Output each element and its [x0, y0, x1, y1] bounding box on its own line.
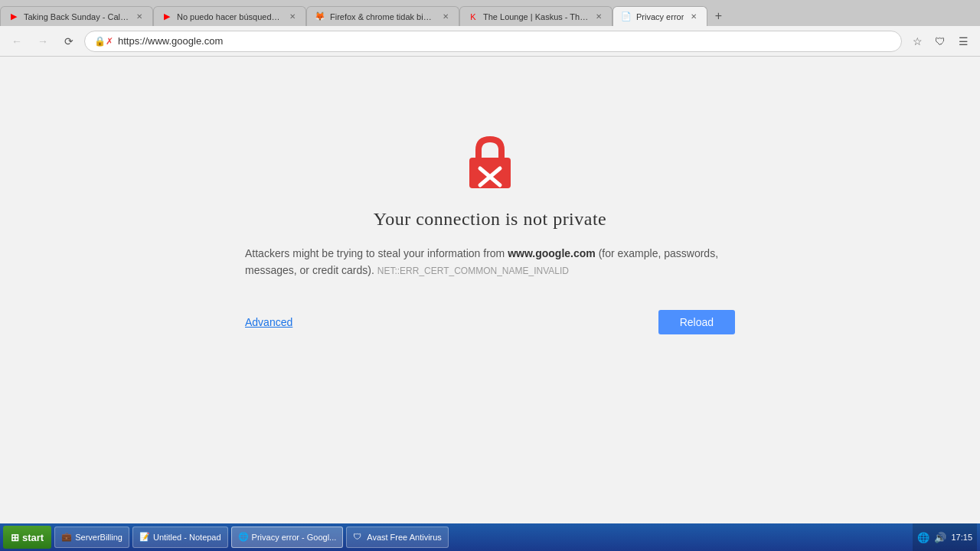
error-title: Your connection is not private — [374, 209, 607, 230]
tab-title: Firefox & chrome tidak bisa b... — [330, 12, 436, 21]
start-icon: ⊞ — [11, 532, 19, 543]
nav-bar: ← → ⟳ 🔒✗ https://www.google.com ☆ 🛡 ☰ — [0, 26, 980, 57]
reload-button[interactable]: ⟳ — [58, 31, 80, 52]
address-bar[interactable]: 🔒✗ https://www.google.com — [84, 31, 902, 52]
taskbar-item[interactable]: 📝 Untitled - Notepad — [132, 527, 228, 548]
taskbar-item-title: Avast Free Antivirus — [367, 533, 442, 542]
tab-tab3[interactable]: 🦊 Firefox & chrome tidak bisa b... ✕ — [306, 6, 459, 26]
page-content: Your connection is not private Attackers… — [0, 57, 980, 523]
error-site: www.google.com — [508, 247, 596, 259]
taskbar-item[interactable]: 🛡 Avast Free Antivirus — [346, 527, 449, 548]
chrome-frame: ▶ Taking Back Sunday - Call Me... ✕ ▶ No… — [0, 0, 980, 57]
bookmark-button[interactable]: ☆ — [906, 31, 928, 52]
taskbar-item-icon: 📝 — [139, 532, 150, 543]
tray-time: 17:15 — [951, 533, 972, 542]
forward-button[interactable]: → — [32, 31, 54, 52]
tab-title: The Lounge | Kaskus - The L... — [483, 12, 589, 21]
tab-title: Taking Back Sunday - Call Me... — [24, 12, 129, 21]
new-tab-button[interactable]: + — [707, 6, 729, 26]
tab-favicon: ▶ — [8, 11, 19, 22]
taskbar-item-icon: 💼 — [61, 532, 72, 543]
tab-title: Privacy error — [636, 12, 684, 21]
tab-close-button[interactable]: ✕ — [440, 11, 451, 22]
url-text: https://www.google.com — [118, 35, 223, 47]
tab-bar: ▶ Taking Back Sunday - Call Me... ✕ ▶ No… — [0, 0, 980, 26]
lock-error-svg — [463, 133, 517, 191]
tab-close-button[interactable]: ✕ — [287, 11, 298, 22]
start-label: start — [22, 532, 44, 543]
taskbar-item[interactable]: 💼 ServerBilling — [54, 527, 129, 548]
tab-close-button[interactable]: ✕ — [134, 11, 145, 22]
tab-favicon: ▶ — [162, 11, 172, 22]
back-button[interactable]: ← — [6, 31, 28, 52]
taskbar-item-title: Privacy error - Googl... — [252, 533, 337, 542]
tab-favicon: 📄 — [621, 11, 632, 22]
taskbar-tray: 🌐 🔊 17:15 — [913, 523, 977, 551]
taskbar-item-title: Untitled - Notepad — [153, 533, 221, 542]
error-code: NET::ERR_CERT_COMMON_NAME_INVALID — [377, 266, 569, 276]
advanced-button[interactable]: Advanced — [245, 316, 292, 328]
error-actions: Advanced Reload — [245, 310, 735, 334]
error-container: Your connection is not private Attackers… — [245, 133, 735, 334]
menu-button[interactable]: ☰ — [952, 31, 974, 52]
tray-volume-icon: 🔊 — [934, 532, 946, 543]
taskbar-item-title: ServerBilling — [75, 533, 122, 542]
taskbar-item[interactable]: 🌐 Privacy error - Googl... — [231, 527, 344, 548]
tab-tab5[interactable]: 📄 Privacy error ✕ — [612, 6, 707, 26]
error-desc-part1: Attackers might be trying to steal your … — [245, 247, 508, 259]
tab-title: No puedo hacer búsquedas e... — [177, 12, 283, 21]
reload-page-button[interactable]: Reload — [658, 310, 735, 334]
error-description: Attackers might be trying to steal your … — [245, 245, 735, 279]
start-button[interactable]: ⊞ start — [3, 526, 51, 549]
svg-rect-0 — [469, 158, 511, 188]
tab-favicon: 🦊 — [315, 11, 325, 22]
lock-error-icon: 🔒✗ — [94, 36, 113, 47]
taskbar-item-icon: 🌐 — [238, 532, 249, 543]
tray-network-icon: 🌐 — [917, 532, 929, 543]
taskbar-item-icon: 🛡 — [353, 532, 364, 543]
tab-tab2[interactable]: ▶ No puedo hacer búsquedas e... ✕ — [153, 6, 306, 26]
nav-actions: ☆ 🛡 ☰ — [906, 31, 974, 52]
tab-close-button[interactable]: ✕ — [593, 11, 604, 22]
tab-tab4[interactable]: K The Lounge | Kaskus - The L... ✕ — [459, 6, 612, 26]
shield-button[interactable]: 🛡 — [929, 31, 951, 52]
tab-tab1[interactable]: ▶ Taking Back Sunday - Call Me... ✕ — [0, 6, 153, 26]
taskbar: ⊞ start 💼 ServerBilling 📝 Untitled - Not… — [0, 523, 980, 551]
tab-favicon: K — [468, 11, 479, 22]
tab-close-button[interactable]: ✕ — [688, 11, 699, 22]
